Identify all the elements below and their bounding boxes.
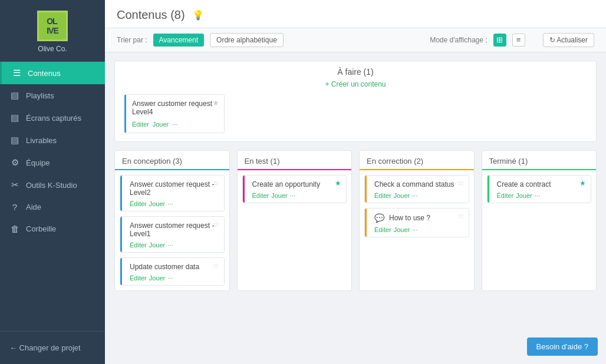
kanban-card: ☆ Answer customer request - Level1 Édite… — [120, 216, 225, 253]
card-title: Create an opportunity — [252, 180, 341, 188]
kanban-col-termine: Terminé (1) ★ Create a contract Éditer J… — [482, 150, 597, 291]
star-icon[interactable]: ☆ — [457, 212, 464, 220]
more-button[interactable]: ··· — [167, 241, 173, 249]
sort-avancement-button[interactable]: Avancement — [153, 34, 205, 47]
termine-col-header: Terminé (1) — [482, 151, 597, 170]
card-title: 💬 How to use ? — [374, 213, 463, 223]
sidebar-item-playlists[interactable]: ▤ Playlists — [0, 84, 105, 107]
card-left-bar — [243, 176, 245, 203]
aide-icon: ? — [9, 202, 20, 212]
sidebar-item-equipe[interactable]: ⚙ Équipe — [0, 151, 105, 174]
play-button[interactable]: Jouer — [153, 121, 169, 128]
sidebar-item-label: Équipe — [26, 158, 50, 167]
display-mode-label: Mode d'affichage : — [430, 36, 487, 44]
card-title: Answer customer request - Level2 — [130, 180, 218, 197]
edit-button[interactable]: Éditer — [252, 192, 269, 199]
sort-alphabetique-button[interactable]: Ordre alphabétique — [210, 33, 284, 47]
card-actions: Éditer Jouer ··· — [132, 121, 218, 128]
edit-button[interactable]: Éditer — [132, 121, 149, 128]
test-col-body: ★ Create an opportunity Éditer Jouer ··· — [238, 170, 352, 208]
page-title: Contenus (8) — [117, 8, 185, 22]
test-col-header: En test (1) — [238, 151, 352, 170]
ecrans-icon: ▤ — [9, 112, 20, 123]
sidebar-item-label: Corbeille — [26, 224, 56, 233]
refresh-button[interactable]: ↻ Actualiser — [543, 33, 594, 47]
bulb-icon: 💡 — [192, 9, 204, 21]
todo-card: ★ Answer customer request - Level4 Édite… — [124, 94, 225, 133]
sidebar-item-aide[interactable]: ? Aide — [0, 196, 105, 218]
sidebar-item-label: Livrables — [26, 136, 57, 145]
grid-view-icon[interactable]: ⊞ — [493, 34, 506, 47]
star-icon[interactable]: ☆ — [213, 262, 219, 270]
edit-button[interactable]: Éditer — [374, 192, 391, 199]
card-left-bar — [120, 258, 122, 285]
kanban-card: ☆ Update customer data Éditer Jouer ··· — [120, 257, 225, 286]
sidebar-item-label: Outils K-Studio — [26, 181, 77, 190]
play-button[interactable]: Jouer — [394, 192, 410, 199]
kanban-card: ☆ 💬 How to use ? Éditer Jouer ··· — [364, 208, 469, 237]
sidebar-item-label: Playlists — [26, 91, 54, 100]
more-button[interactable]: ··· — [535, 192, 540, 199]
playlists-icon: ▤ — [9, 90, 20, 101]
list-view-icon[interactable]: ≡ — [512, 34, 525, 47]
play-button[interactable]: Jouer — [516, 192, 532, 199]
card-title: Update customer data — [130, 263, 218, 271]
sidebar-item-livrables[interactable]: ▤ Livrables — [0, 129, 105, 151]
logo-area: OLIVE Olive Co. — [0, 0, 105, 62]
edit-button[interactable]: Éditer — [130, 241, 147, 249]
change-project-btn[interactable]: ← Changer de projet — [0, 337, 105, 358]
star-icon[interactable]: ★ — [212, 98, 219, 107]
card-left-bar — [120, 217, 122, 252]
play-button[interactable]: Jouer — [149, 241, 166, 249]
change-project-label: ← Changer de projet — [9, 343, 81, 352]
more-button[interactable]: ··· — [412, 226, 417, 233]
star-icon[interactable]: ☆ — [213, 179, 219, 187]
more-button[interactable]: ··· — [167, 274, 173, 282]
kanban-card: ☆ Check a command status Éditer Jouer ··… — [364, 175, 469, 203]
card-left-bar — [120, 176, 122, 211]
more-button[interactable]: ··· — [290, 192, 295, 199]
sidebar-item-corbeille[interactable]: 🗑 Corbeille — [0, 218, 105, 240]
more-button[interactable]: ··· — [167, 200, 173, 207]
play-button[interactable]: Jouer — [149, 200, 166, 207]
play-button[interactable]: Jouer — [271, 192, 288, 199]
sidebar-item-outils[interactable]: ✂ Outils K-Studio — [0, 174, 105, 196]
edit-button[interactable]: Éditer — [130, 274, 147, 282]
sidebar-item-label: Écrans capturés — [26, 114, 81, 123]
more-button[interactable]: ··· — [172, 121, 177, 128]
todo-section: À faire (1) + Créer un contenu ★ Answer … — [114, 61, 597, 142]
sidebar-item-contenus[interactable]: ☰ Contenus — [0, 62, 105, 84]
corbeille-icon: 🗑 — [9, 224, 20, 234]
sidebar-item-ecrans[interactable]: ▤ Écrans capturés — [0, 107, 105, 129]
star-icon[interactable]: ☆ — [457, 179, 464, 187]
equipe-icon: ⚙ — [9, 157, 20, 168]
termine-col-body: ★ Create a contract Éditer Jouer ··· — [482, 170, 597, 208]
star-icon[interactable]: ★ — [335, 179, 341, 187]
conception-col-header: En conception (3) — [115, 151, 229, 170]
kanban-col-correction: En correction (2) ☆ Check a command stat… — [359, 150, 475, 291]
card-title: Check a command status — [374, 180, 463, 188]
kanban-col-test: En test (1) ★ Create an opportunity Édit… — [237, 150, 353, 291]
help-button[interactable]: Besoin d'aide ? — [527, 337, 598, 356]
create-content-button[interactable]: + Créer un contenu — [124, 80, 587, 88]
star-icon[interactable]: ☆ — [213, 220, 219, 229]
kanban-board: En conception (3) ☆ Answer customer requ… — [114, 150, 597, 291]
sidebar-item-label: Aide — [26, 203, 41, 211]
kanban-card: ★ Create an opportunity Éditer Jouer ··· — [242, 175, 347, 203]
edit-button[interactable]: Éditer — [374, 226, 391, 233]
todo-card-title: Answer customer request - Level4 — [132, 100, 218, 116]
play-button[interactable]: Jouer — [149, 274, 166, 282]
edit-button[interactable]: Éditer — [130, 200, 147, 207]
contenus-icon: ☰ — [11, 68, 22, 78]
edit-button[interactable]: Éditer — [497, 192, 514, 199]
content-area: À faire (1) + Créer un contenu ★ Answer … — [105, 52, 606, 364]
star-icon[interactable]: ★ — [579, 179, 586, 187]
play-button[interactable]: Jouer — [394, 226, 410, 233]
main-area: Contenus (8) 💡 Trier par : Avancement Or… — [105, 0, 606, 364]
correction-col-header: En correction (2) — [360, 151, 474, 170]
more-button[interactable]: ··· — [412, 192, 417, 199]
livrables-icon: ▤ — [9, 135, 20, 145]
kanban-col-conception: En conception (3) ☆ Answer customer requ… — [114, 150, 230, 291]
logo-icon: OLIVE — [37, 11, 68, 41]
card-left-bar — [365, 176, 367, 203]
